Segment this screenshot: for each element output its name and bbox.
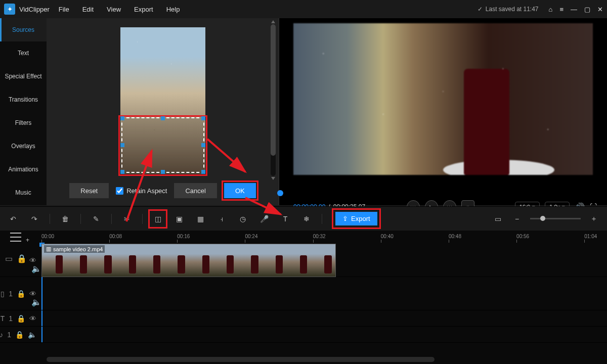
mosaic-icon[interactable]: ▦: [194, 213, 206, 225]
sidebar-item-text[interactable]: Text: [0, 41, 47, 65]
menu-file[interactable]: File: [59, 6, 69, 13]
tick: 00:40: [381, 234, 394, 239]
duration-icon[interactable]: ◷: [237, 213, 249, 225]
maximize-icon[interactable]: ▢: [584, 6, 590, 13]
sidebar-item-filters[interactable]: Filters: [0, 111, 47, 134]
zoom-out-icon[interactable]: −: [511, 213, 523, 225]
retain-aspect-input[interactable]: [116, 187, 123, 195]
lock-icon[interactable]: 🔒: [15, 331, 24, 339]
aspect-icon[interactable]: ▣: [173, 213, 185, 225]
crop-handle[interactable]: [201, 143, 205, 147]
lock-icon[interactable]: 🔒: [17, 314, 25, 323]
video-track[interactable]: 👁 ▭ 🔒 🔈 ▥ sample video 2.mp4: [0, 244, 607, 277]
track-count: 1: [9, 314, 13, 323]
retain-aspect-label: Retain Aspect: [126, 187, 167, 195]
crop-handle[interactable]: [201, 170, 205, 174]
time-ruler[interactable]: 00:00 00:08 00:16 00:24 00:32 00:40 00:4…: [41, 231, 607, 244]
save-status: ✓ Last saved at 11:47: [478, 6, 539, 13]
crop-handle[interactable]: [161, 116, 165, 120]
hamburger-icon[interactable]: ≡: [559, 6, 563, 13]
reset-button[interactable]: Reset: [69, 183, 109, 198]
tick: 00:56: [516, 234, 529, 239]
timeline: + 00:00 00:08 00:16 00:24 00:32 00:40 00…: [0, 231, 607, 364]
audio-icon[interactable]: 🔈: [28, 331, 36, 339]
save-status-text: Last saved at 11:47: [486, 6, 539, 13]
sidebar: Sources Text Special Effect Transitions …: [0, 18, 47, 205]
tick: 00:48: [449, 234, 461, 239]
progress-handle[interactable]: [277, 190, 283, 196]
overlay-track-icon: ▯: [1, 290, 5, 298]
track-count: 1: [9, 290, 13, 298]
timeline-scrollbar[interactable]: [47, 357, 601, 362]
timeline-menu-icon[interactable]: +: [5, 233, 26, 242]
overlay-track[interactable]: ▯ 1 🔒 👁 🔈: [0, 277, 607, 310]
sidebar-item-overlays[interactable]: Overlays: [0, 134, 47, 158]
tick: 01:04: [584, 234, 597, 239]
crop-handle[interactable]: [201, 116, 205, 120]
tick: 00:08: [109, 234, 122, 239]
menu-export[interactable]: Export: [134, 6, 153, 13]
crop-handle[interactable]: [120, 116, 124, 120]
stats-icon[interactable]: ⫞: [215, 213, 228, 225]
edit-icon[interactable]: ✎: [90, 213, 102, 225]
tick: 00:24: [245, 234, 257, 239]
crop-icon[interactable]: ◫: [152, 213, 164, 225]
video-clip[interactable]: ▥ sample video 2.mp4: [41, 244, 336, 277]
freeze-icon[interactable]: ❄: [300, 213, 313, 225]
export-icon: ⇪: [342, 215, 348, 222]
menu-edit[interactable]: Edit: [82, 6, 94, 13]
video-preview[interactable]: [293, 23, 593, 175]
export-label: Export: [351, 215, 370, 222]
sidebar-item-animations[interactable]: Animations: [0, 158, 47, 181]
retain-aspect-checkbox[interactable]: Retain Aspect: [116, 187, 167, 195]
zoom-in-icon[interactable]: ＋: [588, 213, 600, 225]
crop-preview[interactable]: [120, 27, 205, 174]
clip-label: ▥ sample video 2.mp4: [44, 245, 105, 253]
audio-icon[interactable]: 🔈: [31, 297, 41, 307]
cut-icon[interactable]: ✂: [121, 213, 133, 225]
voice-icon[interactable]: 🎤: [258, 213, 270, 225]
music-track-icon: ♪: [0, 331, 3, 339]
zoom-slider[interactable]: [530, 218, 581, 219]
visibility-icon[interactable]: 👁: [29, 256, 36, 264]
sidebar-item-specialeffect[interactable]: Special Effect: [0, 65, 47, 88]
lock-icon[interactable]: 🔒: [17, 290, 25, 298]
sidebar-item-sources[interactable]: Sources: [0, 18, 47, 41]
text-icon[interactable]: T: [279, 213, 291, 225]
undo-icon[interactable]: ↶: [7, 213, 19, 225]
lock-icon[interactable]: 🔒: [17, 254, 27, 263]
tick: 00:16: [177, 234, 190, 239]
crop-handle[interactable]: [161, 170, 165, 174]
visibility-icon[interactable]: 👁: [29, 290, 36, 298]
crop-scrollbar[interactable]: [271, 24, 276, 176]
sidebar-item-transitions[interactable]: Transitions: [0, 88, 47, 111]
sidebar-item-music[interactable]: Music: [0, 181, 47, 204]
export-button[interactable]: ⇪ Export: [335, 212, 377, 225]
delete-icon[interactable]: 🗑: [59, 213, 71, 225]
crop-handle[interactable]: [120, 170, 124, 174]
cancel-button[interactable]: Cancel: [174, 183, 216, 198]
tracks: 👁 ▭ 🔒 🔈 ▥ sample video 2.mp4 ▯ 1: [0, 244, 607, 343]
text-track-icon: T: [1, 314, 5, 323]
ok-button[interactable]: OK: [224, 183, 256, 198]
minimize-icon[interactable]: —: [571, 6, 577, 13]
menu-view[interactable]: View: [107, 6, 121, 13]
close-icon[interactable]: ✕: [597, 6, 603, 13]
title-bar: ✦ VidClipper File Edit View Export Help …: [0, 0, 607, 18]
audio-icon[interactable]: 🔈: [31, 264, 41, 274]
menu-help[interactable]: Help: [166, 6, 180, 13]
crop-selection[interactable]: [121, 117, 204, 173]
music-track[interactable]: ♪ 1 🔒 🔈: [0, 327, 607, 343]
text-track[interactable]: T 1 🔒 👁: [0, 310, 607, 327]
crop-handle[interactable]: [120, 143, 124, 147]
video-track-icon: ▭: [5, 254, 13, 263]
redo-icon[interactable]: ↷: [28, 213, 40, 225]
home-icon[interactable]: ⌂: [549, 6, 553, 13]
app-name: VidClipper: [19, 6, 50, 13]
window-controls: ⌂ ≡ — ▢ ✕: [549, 6, 603, 13]
tick: 00:00: [41, 234, 54, 239]
visibility-icon[interactable]: 👁: [29, 314, 36, 323]
fit-icon[interactable]: ▭: [492, 213, 504, 225]
main-menu: File Edit View Export Help: [59, 6, 180, 13]
track-count: 1: [7, 331, 11, 339]
